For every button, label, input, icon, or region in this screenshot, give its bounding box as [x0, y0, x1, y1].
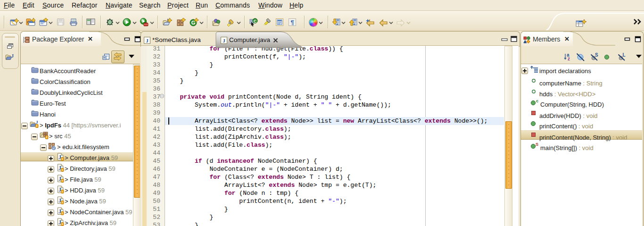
svg-text:c: c: [536, 99, 538, 103]
svg-text:¶: ¶: [290, 19, 294, 26]
svg-text:S: S: [595, 53, 598, 58]
svg-text:S: S: [536, 142, 538, 147]
svg-text:z: z: [568, 56, 570, 61]
svg-text:J: J: [146, 38, 149, 43]
svg-text:J: J: [36, 120, 38, 125]
svg-text:J: J: [11, 53, 14, 59]
svg-text:C: C: [254, 19, 257, 24]
svg-text:J: J: [223, 38, 225, 43]
svg-text:L: L: [623, 53, 626, 58]
